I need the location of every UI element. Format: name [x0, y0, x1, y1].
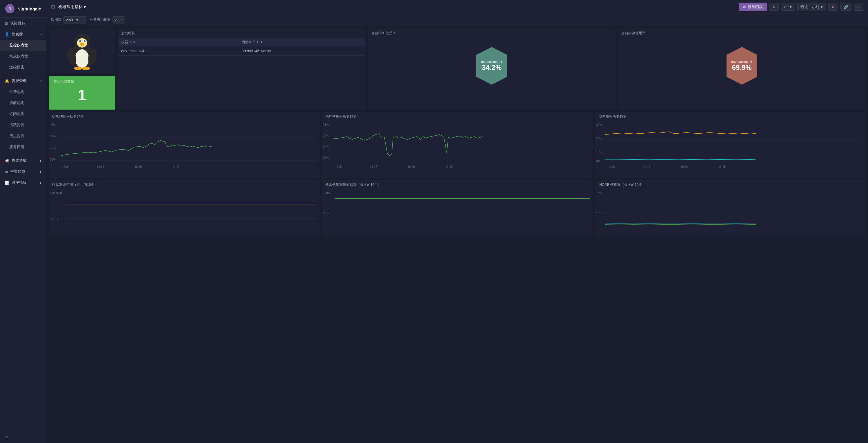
- sidebar-item-shield-rules[interactable]: 屏蔽规则: [0, 97, 46, 108]
- app-name: Nightingale: [18, 6, 41, 11]
- filter-icon: ▼: [260, 40, 263, 44]
- disk-space-panel: 磁盘剩余空间（最小的10个） 139.7GiB 93.1GiB: [49, 180, 319, 237]
- svg-rect-17: [74, 67, 76, 69]
- refresh-button[interactable]: ↻: [769, 3, 779, 11]
- page-title: 机器常用指标 ▾: [58, 4, 86, 9]
- sidebar-item-active-alerts[interactable]: 活跃告警: [0, 120, 46, 130]
- sidebar-item-quick-jump[interactable]: ⊞ 快捷跳转: [0, 18, 46, 29]
- mascot-image: [65, 30, 99, 72]
- disk-usage-chart: 100% 80%: [322, 188, 593, 235]
- svg-text:N: N: [8, 6, 11, 11]
- time-range-dropdown[interactable]: 最近 1 小时 ▾: [797, 3, 826, 11]
- select-arrow-icon: ▾: [76, 18, 78, 22]
- uptime-cell: 30.893146 weeks: [242, 49, 362, 53]
- y-label: 100%: [323, 191, 331, 194]
- svg-point-11: [85, 40, 86, 41]
- bottom-charts-row: 磁盘剩余空间（最小的10个） 139.7GiB 93.1GiB 硬盘使用率历史趋…: [49, 180, 866, 237]
- time-arrow-icon: ▾: [821, 5, 823, 9]
- memory-hex-value: 69.9%: [731, 63, 752, 72]
- svg-text:16:30: 16:30: [134, 165, 142, 168]
- disk-space-title: 磁盘剩余空间（最小的10个）: [49, 180, 319, 188]
- charts-row: CPU使用率历史趋势 45% 40% 35% 30%: [49, 112, 866, 178]
- title-arrow-icon: ▾: [84, 5, 86, 9]
- sidebar-item-patrol-report[interactable]: 巡检报告: [0, 62, 46, 73]
- sidebar-label: 告警自愈: [10, 169, 25, 174]
- svg-text:16:30: 16:30: [681, 165, 688, 168]
- cpu-hexagon: dev-backup-01 34.2%: [474, 45, 509, 86]
- sidebar-label: 快捷跳转: [10, 21, 25, 26]
- chevron-icon: ▾: [40, 33, 42, 36]
- sidebar: N Nightingale ⊞ 快捷跳转 👤 仪表盘 ▾ 监控仪表盘 集成仪表盘…: [0, 0, 46, 443]
- back-button[interactable]: ⊡: [51, 4, 55, 9]
- link-button[interactable]: 🔗: [840, 3, 851, 11]
- svg-point-10: [80, 40, 81, 41]
- disk-space-chart: 139.7GiB 93.1GiB: [49, 188, 319, 235]
- col-machine: 机器 ⇅ ▼: [121, 40, 242, 45]
- cpu-history-title: CPU使用率历史趋势: [49, 112, 319, 120]
- y-label: 80%: [323, 212, 329, 215]
- svg-point-12: [80, 43, 84, 46]
- sidebar-item-time-metrics[interactable]: 📊 时序指标 ▸: [0, 177, 46, 188]
- sidebar-label: 告警通知: [11, 158, 27, 163]
- svg-rect-18: [78, 67, 79, 69]
- sidebar-label: 订阅规则: [9, 111, 24, 117]
- svg-text:16:45: 16:45: [172, 165, 180, 168]
- chevron-icon: ▸: [40, 181, 42, 184]
- memory-history-chart: 71% 70% 69% 68% 16:00 16:15 16:30: [322, 120, 593, 176]
- sidebar-item-alert-notify[interactable]: 📢 告警通知 ▸: [0, 155, 46, 166]
- sidebar-item-dashboard[interactable]: 👤 仪表盘 ▾: [0, 29, 46, 40]
- col-uptime: 启动时长 ⇅ ▼: [242, 40, 362, 45]
- svg-text:16:45: 16:45: [445, 165, 453, 168]
- svg-rect-19: [83, 67, 84, 69]
- count-title: 存活机器数量: [53, 79, 111, 84]
- y-label: 30%: [596, 123, 602, 126]
- logo-icon: N: [5, 3, 15, 14]
- add-chart-button[interactable]: ⊕ 添加图表: [739, 3, 767, 11]
- svg-point-3: [75, 49, 89, 68]
- cpu-hex-container: dev-backup-01 34.2%: [368, 37, 616, 95]
- machine-cell: dev-backup-01: [121, 49, 242, 53]
- top-row: 存活机器数量 1 启动时长 机器 ⇅ ▼ 启动时长 ⇅ ▼: [49, 28, 866, 109]
- sidebar-item-integration-dashboard[interactable]: 集成仪表盘: [0, 51, 46, 62]
- settings-button[interactable]: ⚙: [828, 3, 838, 11]
- sidebar-item-menu[interactable]: ☰: [0, 433, 46, 443]
- y-label: 30%: [50, 158, 56, 161]
- sidebar-item-alert-mgmt[interactable]: 🔔 告警管理 ▾: [0, 75, 46, 86]
- sidebar-item-subscribe-rules[interactable]: 订阅规则: [0, 108, 46, 120]
- y-label: 71%: [323, 123, 329, 126]
- sidebar-item-alert-self[interactable]: ✉ 告警自愈 ▸: [0, 166, 46, 177]
- gear-icon: ⚙: [832, 5, 835, 9]
- y-label: 68%: [323, 156, 329, 159]
- sidebar-item-history-alerts[interactable]: 历史告警: [0, 130, 46, 141]
- datasource-select[interactable]: vm01 ▾: [63, 16, 86, 24]
- uptime-title: 启动时长: [118, 28, 366, 37]
- add-icon: ⊕: [743, 5, 746, 9]
- datasource-filter: 数据源 vm01 ▾: [51, 16, 86, 24]
- off-dropdown[interactable]: off ▾: [781, 3, 795, 11]
- y-label: 69%: [323, 145, 329, 149]
- sidebar-label: 活跃告警: [9, 122, 24, 128]
- sort-icon: ⇅: [129, 40, 132, 44]
- mascot-panel: [49, 28, 115, 73]
- sidebar-item-monitor-dashboard[interactable]: 监控仪表盘: [0, 40, 46, 51]
- inode-panel: INODE 使用率（最大的10个） 15% 10%: [595, 180, 866, 237]
- memory-hexagon: dev-backup-01 69.9%: [724, 45, 759, 86]
- sidebar-item-alert-rules[interactable]: 告警规则: [0, 86, 46, 97]
- y-label: 93.1GiB: [50, 217, 60, 221]
- disk-usage-title: 硬盘使用率历史趋势（最大的10个）: [322, 180, 593, 188]
- memory-hex-content: dev-backup-01 69.9%: [731, 60, 752, 72]
- sidebar-label: 历史告警: [9, 133, 24, 138]
- y-label: 70%: [323, 134, 329, 137]
- svg-text:16:00: 16:00: [62, 165, 69, 168]
- toolbar: 数据源 vm01 ▾ 业务组内机器 All ×: [46, 14, 868, 26]
- memory-history-svg: 16:00 16:15 16:30 16:45: [332, 122, 590, 171]
- io-history-svg: 16:00 16:15 16:30 16:45: [605, 122, 863, 171]
- y-label: 35%: [50, 147, 56, 150]
- sidebar-item-service-calendar[interactable]: 服务日历: [0, 141, 46, 153]
- expand-button[interactable]: ⤢: [854, 3, 863, 11]
- inode-svg: [605, 190, 863, 232]
- io-history-chart: 30% 20% 10% 0% 16:00 16:15: [595, 120, 866, 176]
- svg-rect-20: [86, 67, 87, 69]
- tag-close-button[interactable]: ×: [120, 18, 123, 22]
- bell-icon: 🔔: [5, 79, 9, 83]
